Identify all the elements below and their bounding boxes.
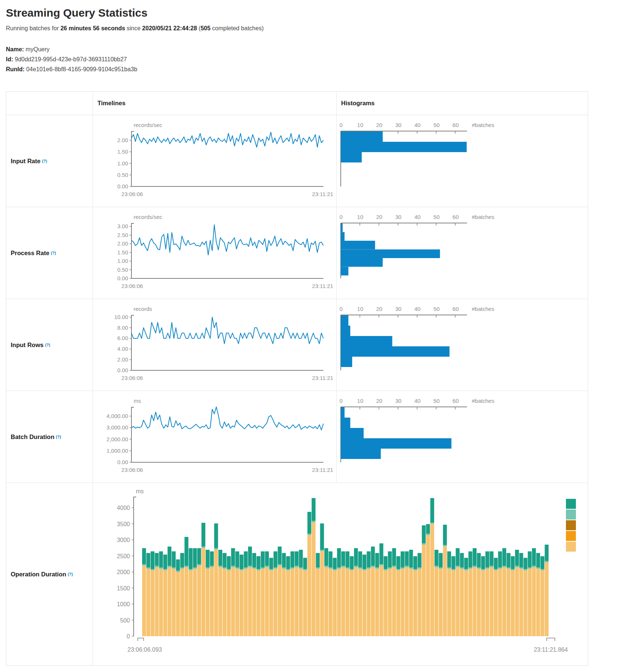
query-meta: Name: myQuery Id: 9d0dd219-995d-423e-b97… (6, 44, 625, 74)
svg-text:4000: 4000 (117, 505, 130, 511)
header-cell-timelines: Timelines (93, 92, 337, 115)
help-icon[interactable]: (?) (42, 159, 47, 163)
svg-text:3500: 3500 (117, 521, 130, 527)
stats-table: Timelines Histograms Input Rate(?) recor… (6, 91, 588, 666)
input-rows-histogram-chart: 0102030405060#batches (337, 299, 588, 391)
row-label-input-rate: Input Rate(?) (6, 115, 93, 207)
svg-text:2,000.00: 2,000.00 (107, 436, 128, 442)
paren-open: ( (197, 25, 201, 31)
query-runid-value: 04e101e6-8bf8-4165-9099-9104c951ba3b (26, 66, 137, 72)
svg-text:10: 10 (357, 214, 363, 220)
svg-text:10.00: 10.00 (114, 314, 128, 320)
table-row-input-rate: Input Rate(?) records/sec0.000.501.001.5… (6, 115, 588, 207)
svg-text:23:06:06: 23:06:06 (121, 467, 143, 473)
row-label-text: Batch Duration (11, 433, 54, 440)
svg-text:20: 20 (376, 398, 382, 404)
operation-duration-chart: ms0500100015002000250030003500400023:06:… (93, 483, 588, 665)
input-rate-histogram-chart: 0102030405060#batches (337, 115, 588, 207)
svg-text:#batches: #batches (472, 214, 494, 220)
query-id-value: 9d0dd219-995d-423e-b97d-36931110bb27 (15, 56, 127, 62)
query-runid-label: RunId: (6, 66, 25, 72)
svg-text:60: 60 (453, 398, 459, 404)
svg-text:40: 40 (414, 306, 420, 312)
svg-text:60: 60 (453, 214, 459, 220)
svg-text:10: 10 (357, 398, 363, 404)
help-icon[interactable]: (?) (45, 343, 50, 347)
query-name-label: Name: (6, 46, 24, 52)
svg-text:0: 0 (340, 306, 343, 312)
svg-text:20: 20 (376, 214, 382, 220)
svg-text:23:11:21.864: 23:11:21.864 (534, 647, 568, 653)
streaming-query-page: Streaming Query Statistics Running batch… (0, 0, 625, 666)
help-icon[interactable]: (?) (51, 251, 56, 255)
svg-text:8.00: 8.00 (117, 325, 128, 331)
svg-text:3,000.00: 3,000.00 (107, 424, 128, 431)
completed-batches-count: 505 (200, 25, 210, 31)
svg-text:23:11:21: 23:11:21 (312, 283, 333, 289)
svg-text:ms: ms (136, 488, 144, 494)
row-label-batch-duration: Batch Duration(?) (6, 391, 93, 483)
svg-text:1000: 1000 (117, 601, 130, 607)
svg-text:2.00: 2.00 (117, 137, 128, 143)
svg-text:2.00: 2.00 (117, 240, 128, 247)
svg-text:10: 10 (357, 122, 363, 128)
svg-text:3000: 3000 (117, 537, 130, 543)
svg-text:23:06:06.093: 23:06:06.093 (127, 647, 162, 653)
svg-text:1500: 1500 (117, 585, 130, 592)
svg-text:23:11:21: 23:11:21 (312, 467, 333, 473)
svg-text:40: 40 (414, 122, 420, 128)
help-icon[interactable]: (?) (68, 572, 73, 576)
svg-text:23:11:21: 23:11:21 (312, 191, 333, 197)
input-rows-timeline-chart: records0.002.004.006.008.0010.0023:06:06… (93, 299, 337, 391)
svg-text:30: 30 (395, 122, 402, 128)
svg-text:23:06:06: 23:06:06 (121, 375, 143, 381)
svg-text:#batches: #batches (472, 122, 494, 128)
svg-text:2000: 2000 (117, 569, 130, 575)
svg-text:1.50: 1.50 (117, 249, 128, 256)
table-header-row: Timelines Histograms (6, 92, 588, 115)
table-row-process-rate: Process Rate(?) records/sec0.000.501.001… (6, 207, 588, 299)
process-rate-histogram-chart: 0102030405060#batches (337, 207, 588, 299)
row-label-operation-duration: Operation Duration(?) (6, 483, 93, 665)
query-runid-row: RunId: 04e101e6-8bf8-4165-9099-9104c951b… (6, 64, 625, 74)
header-cell-histograms: Histograms (337, 92, 588, 115)
svg-text:1.50: 1.50 (117, 148, 128, 155)
svg-text:0.00: 0.00 (117, 275, 128, 281)
since-text: since (125, 25, 142, 31)
svg-text:3.00: 3.00 (117, 223, 128, 229)
query-name-value: myQuery (25, 46, 49, 52)
row-label-text: Operation Duration (11, 571, 66, 578)
svg-text:0.00: 0.00 (117, 459, 128, 465)
completed-batches-suffix: completed batches) (210, 25, 264, 31)
svg-text:1.00: 1.00 (117, 160, 128, 167)
svg-text:4.00: 4.00 (117, 346, 128, 352)
svg-text:10: 10 (357, 306, 363, 312)
row-label-text: Process Rate (11, 250, 49, 257)
running-duration: 26 minutes 56 seconds (61, 25, 125, 31)
svg-text:0: 0 (127, 633, 130, 640)
svg-text:0: 0 (340, 122, 343, 128)
svg-text:0: 0 (340, 398, 343, 404)
svg-text:4,000.00: 4,000.00 (107, 413, 128, 419)
svg-text:30: 30 (395, 214, 402, 220)
start-time: 2020/05/21 22:44:28 (142, 25, 197, 31)
svg-text:40: 40 (414, 398, 420, 404)
running-prefix: Running batches for (6, 25, 61, 31)
svg-text:0: 0 (340, 214, 343, 220)
svg-text:20: 20 (376, 306, 382, 312)
svg-text:500: 500 (120, 617, 130, 624)
svg-text:records/sec: records/sec (134, 122, 162, 128)
svg-text:1,000.00: 1,000.00 (107, 448, 128, 454)
svg-text:23:06:06: 23:06:06 (121, 283, 143, 289)
query-id-row: Id: 9d0dd219-995d-423e-b97d-36931110bb27 (6, 54, 625, 64)
query-id-label: Id: (6, 56, 13, 62)
input-rate-timeline-chart: records/sec0.000.501.001.502.0023:06:062… (93, 115, 337, 207)
svg-text:50: 50 (433, 214, 440, 220)
svg-text:#batches: #batches (472, 306, 494, 312)
svg-text:records: records (134, 306, 152, 312)
help-icon[interactable]: (?) (56, 435, 61, 439)
page-title: Streaming Query Statistics (6, 7, 625, 19)
svg-text:records/sec: records/sec (134, 214, 162, 220)
svg-text:40: 40 (414, 214, 420, 220)
batch-duration-histogram-chart: 0102030405060#batches (337, 391, 588, 483)
